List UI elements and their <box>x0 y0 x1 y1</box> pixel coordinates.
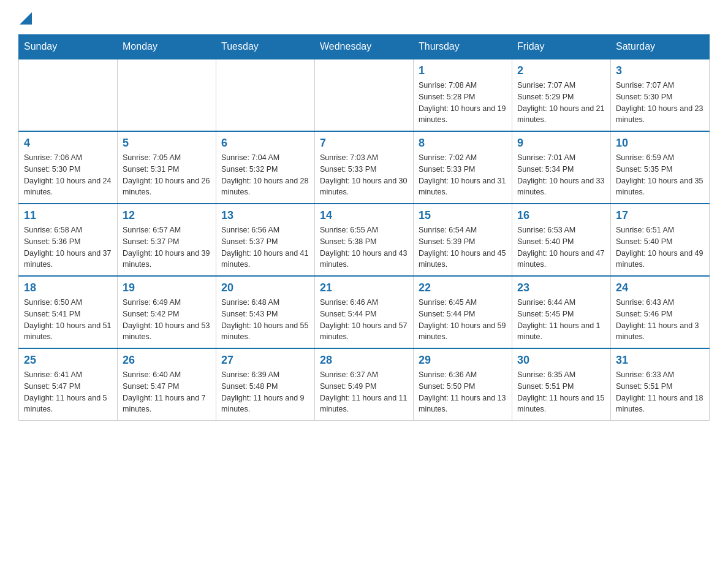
calendar-cell: 19Sunrise: 6:49 AM Sunset: 5:42 PM Dayli… <box>118 276 216 348</box>
day-info: Sunrise: 6:36 AM Sunset: 5:50 PM Dayligh… <box>419 369 507 415</box>
calendar-header-row: SundayMondayTuesdayWednesdayThursdayFrid… <box>19 35 710 59</box>
day-info: Sunrise: 6:58 AM Sunset: 5:36 PM Dayligh… <box>24 224 112 270</box>
day-number: 31 <box>616 354 704 367</box>
day-number: 14 <box>320 209 408 222</box>
calendar-cell: 8Sunrise: 7:02 AM Sunset: 5:33 PM Daylig… <box>414 131 512 204</box>
day-of-week-header: Saturday <box>611 35 710 59</box>
calendar-week-row: 25Sunrise: 6:41 AM Sunset: 5:47 PM Dayli… <box>19 348 710 421</box>
day-number: 18 <box>24 282 112 294</box>
calendar-cell: 25Sunrise: 6:41 AM Sunset: 5:47 PM Dayli… <box>19 348 118 421</box>
day-number: 5 <box>123 137 211 150</box>
day-info: Sunrise: 6:50 AM Sunset: 5:41 PM Dayligh… <box>24 297 112 343</box>
day-info: Sunrise: 6:41 AM Sunset: 5:47 PM Dayligh… <box>24 369 112 415</box>
calendar-cell: 26Sunrise: 6:40 AM Sunset: 5:47 PM Dayli… <box>118 348 216 421</box>
page-header <box>18 12 710 25</box>
day-number: 22 <box>419 282 507 294</box>
calendar-cell <box>216 59 315 131</box>
calendar-cell: 30Sunrise: 6:35 AM Sunset: 5:51 PM Dayli… <box>512 348 611 421</box>
calendar-cell <box>118 59 216 131</box>
calendar-cell: 24Sunrise: 6:43 AM Sunset: 5:46 PM Dayli… <box>611 276 710 348</box>
day-info: Sunrise: 6:46 AM Sunset: 5:44 PM Dayligh… <box>320 297 408 343</box>
day-info: Sunrise: 7:06 AM Sunset: 5:30 PM Dayligh… <box>24 152 112 198</box>
day-of-week-header: Sunday <box>19 35 118 59</box>
day-number: 21 <box>320 282 408 294</box>
calendar-cell: 21Sunrise: 6:46 AM Sunset: 5:44 PM Dayli… <box>315 276 414 348</box>
day-number: 2 <box>517 64 605 77</box>
day-info: Sunrise: 6:44 AM Sunset: 5:45 PM Dayligh… <box>517 297 605 343</box>
calendar-cell <box>315 59 414 131</box>
day-info: Sunrise: 7:01 AM Sunset: 5:34 PM Dayligh… <box>517 152 605 198</box>
calendar-cell: 18Sunrise: 6:50 AM Sunset: 5:41 PM Dayli… <box>19 276 118 348</box>
day-number: 13 <box>221 209 309 222</box>
day-info: Sunrise: 6:56 AM Sunset: 5:37 PM Dayligh… <box>221 224 309 270</box>
day-info: Sunrise: 6:57 AM Sunset: 5:37 PM Dayligh… <box>123 224 211 270</box>
calendar-cell <box>19 59 118 131</box>
day-number: 23 <box>517 282 605 294</box>
calendar-table: SundayMondayTuesdayWednesdayThursdayFrid… <box>18 34 710 421</box>
calendar-cell: 7Sunrise: 7:03 AM Sunset: 5:33 PM Daylig… <box>315 131 414 204</box>
day-info: Sunrise: 6:54 AM Sunset: 5:39 PM Dayligh… <box>419 224 507 270</box>
day-number: 17 <box>616 209 704 222</box>
day-number: 3 <box>616 64 704 77</box>
day-of-week-header: Wednesday <box>315 35 414 59</box>
calendar-cell: 17Sunrise: 6:51 AM Sunset: 5:40 PM Dayli… <box>611 204 710 276</box>
day-info: Sunrise: 6:48 AM Sunset: 5:43 PM Dayligh… <box>221 297 309 343</box>
day-number: 30 <box>517 354 605 367</box>
day-info: Sunrise: 7:03 AM Sunset: 5:33 PM Dayligh… <box>320 152 408 198</box>
calendar-cell: 2Sunrise: 7:07 AM Sunset: 5:29 PM Daylig… <box>512 59 611 131</box>
day-info: Sunrise: 7:08 AM Sunset: 5:28 PM Dayligh… <box>419 80 507 126</box>
day-info: Sunrise: 6:49 AM Sunset: 5:42 PM Dayligh… <box>123 297 211 343</box>
day-number: 4 <box>24 137 112 150</box>
day-info: Sunrise: 7:07 AM Sunset: 5:30 PM Dayligh… <box>616 80 704 126</box>
day-info: Sunrise: 6:59 AM Sunset: 5:35 PM Dayligh… <box>616 152 704 198</box>
calendar-cell: 31Sunrise: 6:33 AM Sunset: 5:51 PM Dayli… <box>611 348 710 421</box>
calendar-cell: 22Sunrise: 6:45 AM Sunset: 5:44 PM Dayli… <box>414 276 512 348</box>
day-info: Sunrise: 7:02 AM Sunset: 5:33 PM Dayligh… <box>419 152 507 198</box>
calendar-cell: 6Sunrise: 7:04 AM Sunset: 5:32 PM Daylig… <box>216 131 315 204</box>
calendar-cell: 10Sunrise: 6:59 AM Sunset: 5:35 PM Dayli… <box>611 131 710 204</box>
calendar-week-row: 4Sunrise: 7:06 AM Sunset: 5:30 PM Daylig… <box>19 131 710 204</box>
calendar-cell: 28Sunrise: 6:37 AM Sunset: 5:49 PM Dayli… <box>315 348 414 421</box>
day-number: 24 <box>616 282 704 294</box>
calendar-cell: 14Sunrise: 6:55 AM Sunset: 5:38 PM Dayli… <box>315 204 414 276</box>
day-of-week-header: Tuesday <box>216 35 315 59</box>
day-number: 12 <box>123 209 211 222</box>
calendar-cell: 3Sunrise: 7:07 AM Sunset: 5:30 PM Daylig… <box>611 59 710 131</box>
calendar-cell: 1Sunrise: 7:08 AM Sunset: 5:28 PM Daylig… <box>414 59 512 131</box>
calendar-cell: 23Sunrise: 6:44 AM Sunset: 5:45 PM Dayli… <box>512 276 611 348</box>
logo <box>18 12 33 25</box>
day-info: Sunrise: 6:55 AM Sunset: 5:38 PM Dayligh… <box>320 224 408 270</box>
calendar-week-row: 11Sunrise: 6:58 AM Sunset: 5:36 PM Dayli… <box>19 204 710 276</box>
day-info: Sunrise: 6:39 AM Sunset: 5:48 PM Dayligh… <box>221 369 309 415</box>
day-number: 29 <box>419 354 507 367</box>
calendar-cell: 9Sunrise: 7:01 AM Sunset: 5:34 PM Daylig… <box>512 131 611 204</box>
day-info: Sunrise: 6:35 AM Sunset: 5:51 PM Dayligh… <box>517 369 605 415</box>
day-number: 11 <box>24 209 112 222</box>
day-number: 19 <box>123 282 211 294</box>
day-number: 25 <box>24 354 112 367</box>
day-info: Sunrise: 6:40 AM Sunset: 5:47 PM Dayligh… <box>123 369 211 415</box>
calendar-week-row: 1Sunrise: 7:08 AM Sunset: 5:28 PM Daylig… <box>19 59 710 131</box>
day-number: 7 <box>320 137 408 150</box>
day-info: Sunrise: 6:43 AM Sunset: 5:46 PM Dayligh… <box>616 297 704 343</box>
calendar-week-row: 18Sunrise: 6:50 AM Sunset: 5:41 PM Dayli… <box>19 276 710 348</box>
day-number: 8 <box>419 137 507 150</box>
day-info: Sunrise: 7:07 AM Sunset: 5:29 PM Dayligh… <box>517 80 605 126</box>
day-number: 1 <box>419 64 507 77</box>
calendar-cell: 12Sunrise: 6:57 AM Sunset: 5:37 PM Dayli… <box>118 204 216 276</box>
day-number: 15 <box>419 209 507 222</box>
day-number: 9 <box>517 137 605 150</box>
day-number: 10 <box>616 137 704 150</box>
day-info: Sunrise: 7:04 AM Sunset: 5:32 PM Dayligh… <box>221 152 309 198</box>
calendar-cell: 29Sunrise: 6:36 AM Sunset: 5:50 PM Dayli… <box>414 348 512 421</box>
day-number: 26 <box>123 354 211 367</box>
day-info: Sunrise: 6:51 AM Sunset: 5:40 PM Dayligh… <box>616 224 704 270</box>
day-info: Sunrise: 6:37 AM Sunset: 5:49 PM Dayligh… <box>320 369 408 415</box>
day-number: 6 <box>221 137 309 150</box>
day-number: 16 <box>517 209 605 222</box>
day-info: Sunrise: 6:33 AM Sunset: 5:51 PM Dayligh… <box>616 369 704 415</box>
day-of-week-header: Friday <box>512 35 611 59</box>
calendar-cell: 27Sunrise: 6:39 AM Sunset: 5:48 PM Dayli… <box>216 348 315 421</box>
logo-triangle-icon <box>20 12 32 25</box>
svg-marker-0 <box>20 12 32 25</box>
